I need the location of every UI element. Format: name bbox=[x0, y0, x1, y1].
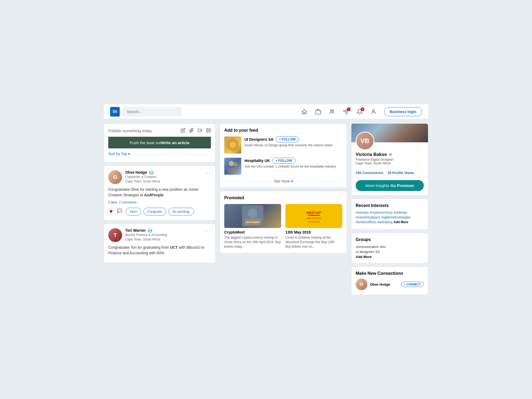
composer-card: Publish something today. bbox=[104, 123, 215, 163]
svg-point-1 bbox=[330, 110, 332, 111]
reaction-congrats-button[interactable]: Congrats! bbox=[143, 208, 166, 215]
photo-icon[interactable] bbox=[206, 128, 211, 134]
main-content: Publish something today. bbox=[104, 123, 428, 295]
post-more-dots-tori[interactable]: ··· bbox=[205, 228, 211, 234]
avatar-tori: T bbox=[108, 228, 122, 242]
svg-point-5 bbox=[372, 110, 375, 112]
avatar-placeholder-olive: O bbox=[108, 170, 122, 184]
svg-text:WOOSTOCK: WOOSTOCK bbox=[307, 217, 321, 220]
tag-coworking[interactable]: #coworkingspace bbox=[356, 215, 380, 219]
groups-add-more[interactable]: Add More bbox=[356, 255, 424, 259]
interests-card: Recent Interests #startups #cryptocurren… bbox=[351, 199, 428, 230]
feed-card: Add to your feed UI Designers SA + FOLLO… bbox=[220, 123, 347, 188]
tag-arttrading[interactable]: #arttrading bbox=[377, 220, 392, 224]
groups-card: Groups communication arts ui designers S… bbox=[351, 233, 428, 263]
post-author-info-tori: Tori Warner 1st BusSci Finance & Account… bbox=[125, 228, 167, 242]
sort-line bbox=[132, 155, 211, 155]
profile-location: Cape Town, South Africa bbox=[356, 161, 424, 165]
navbar: in 1 6 bbox=[104, 104, 428, 119]
conn-avatar-placeholder-1: O bbox=[356, 279, 367, 290]
profile-banner: VB bbox=[351, 124, 428, 142]
nav-home[interactable] bbox=[301, 109, 307, 115]
promo-thumb-img-2: MEETUPWOOSTOCKEXCHANGE bbox=[285, 204, 342, 228]
svg-rect-6 bbox=[198, 129, 201, 132]
promoted-title: Promoted bbox=[224, 196, 337, 200]
linkedin-logo[interactable]: in bbox=[110, 107, 120, 117]
nav-notifications[interactable]: 6 bbox=[356, 109, 363, 115]
tag-uidesign[interactable]: #uidesign bbox=[394, 211, 407, 214]
post-author-name-olive[interactable]: Olive Hodge 1st bbox=[125, 170, 160, 175]
feed-item-info-1: UI Designers SA + FOLLOW South African U… bbox=[244, 136, 342, 148]
video-icon[interactable] bbox=[198, 128, 202, 134]
group-item-1: communication arts bbox=[356, 245, 424, 249]
profile-name: Victoria Bakos ⚙ bbox=[356, 152, 424, 157]
connections-stat[interactable]: 150 Connections bbox=[356, 171, 383, 175]
nav-messages[interactable]: 1 bbox=[343, 109, 349, 115]
profile-views-stat[interactable]: 35 Profile Views bbox=[388, 171, 414, 175]
premium-button[interactable]: More Insights Go Premium bbox=[356, 180, 424, 191]
feed-thumb-img-1 bbox=[224, 136, 241, 153]
nav-profile[interactable] bbox=[370, 109, 377, 115]
svg-marker-7 bbox=[201, 130, 202, 131]
search-input[interactable] bbox=[123, 107, 181, 116]
svg-rect-22 bbox=[308, 215, 320, 216]
svg-text:MEETUP: MEETUP bbox=[307, 211, 321, 215]
promoted-header: Promoted ··· bbox=[224, 196, 342, 200]
feed-item-desc-1: South African UI Design group that conne… bbox=[244, 143, 342, 148]
composer-top: Publish something today. bbox=[108, 128, 211, 134]
reaction-yes-button[interactable]: Yes!! bbox=[126, 208, 141, 215]
post-composer: Publish something today. bbox=[104, 124, 215, 162]
write-article-banner[interactable]: Push the boat out Write an article bbox=[108, 137, 211, 148]
post-more-dots-olive[interactable]: ··· bbox=[205, 170, 211, 176]
profile-avatar: VB bbox=[356, 132, 374, 150]
edit-icon[interactable] bbox=[181, 128, 185, 134]
svg-point-9 bbox=[207, 129, 208, 130]
composer-icons bbox=[181, 128, 211, 134]
degree-badge-tori: 1st bbox=[148, 228, 152, 233]
comment-button-olive[interactable] bbox=[116, 207, 123, 216]
attachment-icon[interactable] bbox=[189, 128, 194, 134]
post-card-olive: O Olive Hodge 1st Copywriter & Creative … bbox=[104, 166, 215, 221]
svg-point-13 bbox=[229, 161, 234, 166]
business-login-button[interactable]: Business login bbox=[384, 107, 422, 116]
svg-text:CRYPTOMEET: CRYPTOMEET bbox=[245, 221, 260, 223]
settings-icon[interactable]: ⚙ bbox=[389, 152, 392, 157]
interests-add-more[interactable]: Add More bbox=[394, 220, 408, 224]
feed-item-desc-2: Join the UKs number 1 LinkedIn forum for… bbox=[244, 164, 342, 169]
composer-prompt: Publish something today. bbox=[108, 128, 153, 133]
tag-crypto[interactable]: #cryptocurrency bbox=[370, 211, 392, 214]
avatar-olive: O bbox=[108, 170, 122, 184]
nav-icons: 1 6 Business login bbox=[301, 107, 422, 116]
group-item-2: ui designers SA bbox=[356, 250, 424, 254]
post-stats-olive: 2 likes 2 comments bbox=[108, 201, 211, 204]
conn-name-1: Olive Hodge bbox=[370, 282, 390, 286]
sort-button[interactable]: Sort by Top ▾ bbox=[108, 152, 130, 158]
connect-button-1[interactable]: + CONNECT bbox=[401, 282, 424, 287]
follow-button-2[interactable]: + FOLLOW bbox=[272, 158, 296, 164]
interests-title: Recent Interests bbox=[356, 203, 424, 208]
see-more-button[interactable]: See more ▾ bbox=[274, 179, 293, 183]
nav-network[interactable] bbox=[329, 109, 335, 115]
follow-button-1[interactable]: + FOLLOW bbox=[276, 136, 299, 142]
like-button-olive[interactable]: ♥ bbox=[108, 207, 114, 216]
tag-agile[interactable]: #agilemethodologies bbox=[381, 215, 411, 219]
reaction-exciting-button[interactable]: So exciting. bbox=[168, 208, 194, 215]
connections-title: Make New Connections bbox=[356, 271, 424, 276]
notifications-badge: 6 bbox=[361, 107, 364, 111]
feed-thumb-1 bbox=[224, 136, 241, 153]
nav-jobs[interactable] bbox=[315, 109, 321, 115]
post-author-title-tori: BusSci Finance & Accounting Cape Town, S… bbox=[125, 233, 167, 242]
post-actions-olive: ♥ Yes!! Congrats! So exciting. bbox=[108, 207, 211, 216]
feed-item-name-2: Hospitality UK + FOLLOW bbox=[244, 158, 342, 164]
svg-rect-15 bbox=[227, 168, 238, 172]
promoted-more-dots[interactable]: ··· bbox=[337, 196, 342, 200]
tag-london[interactable]: #londonoffices bbox=[356, 220, 376, 224]
post-author-name-tori[interactable]: Tori Warner 1st bbox=[125, 228, 167, 233]
svg-point-14 bbox=[233, 162, 238, 166]
svg-point-17 bbox=[248, 209, 257, 218]
feed-card-title: Add to your feed bbox=[224, 128, 342, 133]
tag-startups[interactable]: #startups bbox=[356, 211, 369, 214]
connection-item-1: O Olive Hodge + CONNECT bbox=[356, 279, 424, 290]
avatar-placeholder-tori: T bbox=[108, 228, 122, 242]
tags-row-3: #londonoffices #arttrading Add More bbox=[356, 220, 424, 224]
